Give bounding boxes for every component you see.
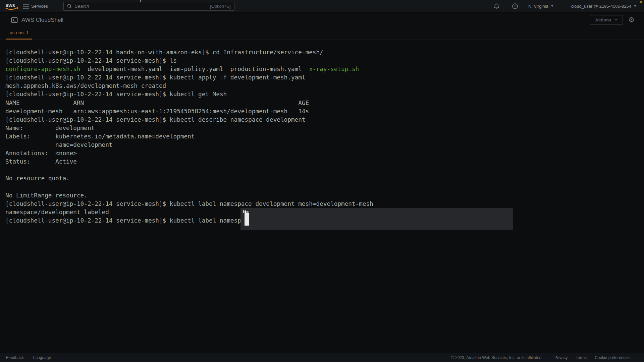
region-label: N. Virginia: [528, 4, 548, 9]
caret-down-icon: ▼: [551, 5, 554, 8]
terminal-line: NAME ARN AGE: [5, 99, 644, 107]
bell-icon: [493, 3, 500, 9]
privacy-link[interactable]: Privacy: [554, 355, 568, 360]
cookie-preferences-link[interactable]: Cookie preferences: [595, 355, 630, 360]
terminal-line: Name: development: [5, 124, 644, 132]
terminal-line: mesh.appmesh.k8s.aws/development-mesh cr…: [5, 82, 644, 90]
terms-link[interactable]: Terms: [576, 355, 587, 360]
cursor-block: ": [245, 211, 249, 226]
cursor-quote-char: ": [245, 209, 251, 219]
terminal-tab-bar: us-east-1: [0, 27, 644, 40]
terminal-line: [cloudshell-user@ip-10-2-22-14 service-m…: [5, 116, 644, 124]
terminal-line: name=development: [5, 141, 644, 149]
terminal-line: [cloudshell-user@ip-10-2-22-14 service-m…: [5, 200, 644, 208]
services-grid-icon: [23, 4, 29, 9]
cloudshell-icon: [11, 17, 18, 23]
services-menu-button[interactable]: Services: [23, 4, 48, 9]
terminal-output: [cloudshell-user@ip-10-2-22-14 hands-on-…: [0, 40, 644, 225]
feedback-link[interactable]: Feedback: [6, 355, 24, 360]
stray-cursor-artifact: [140, 0, 141, 2]
search-input[interactable]: [75, 4, 207, 9]
services-label: Services: [31, 4, 48, 9]
terminal-line: development-mesh arn:aws:appmesh:us-east…: [5, 107, 644, 116]
svg-text:aws: aws: [6, 2, 15, 8]
search-shortcut-hint: [Option+S]: [210, 4, 231, 9]
notifications-button[interactable]: [493, 3, 500, 9]
terminal-line: [cloudshell-user@ip-10-2-22-14 service-m…: [5, 73, 644, 82]
terminal-line: Status: Active: [5, 158, 644, 166]
gear-icon[interactable]: ⚙: [628, 16, 635, 23]
language-link[interactable]: Language: [33, 355, 51, 360]
terminal-line: Annotations: <none>: [5, 149, 644, 158]
console-footer: Feedback Language © 2023, Amazon Web Ser…: [0, 353, 644, 362]
tab-us-east-1[interactable]: us-east-1: [6, 27, 32, 40]
region-selector[interactable]: N. Virginia ▼: [528, 4, 554, 9]
caret-down-icon: ▼: [634, 5, 637, 8]
caret-down-icon: ▼: [614, 18, 618, 21]
console-search-box[interactable]: [Option+S]: [63, 2, 234, 11]
terminal-line: [cloudshell-user@ip-10-2-22-14 hands-on-…: [5, 48, 644, 57]
terminal-line: No resource quota.: [5, 174, 644, 183]
cloudshell-header: AWS CloudShell Actions ▼ ⚙: [0, 13, 644, 27]
help-button[interactable]: ?: [512, 3, 518, 9]
status-dot: [640, 1, 642, 3]
page-title: AWS CloudShell: [21, 17, 63, 23]
help-icon: ?: [512, 3, 518, 9]
account-label: cloud_user @ 2195-4505-8254: [571, 4, 631, 9]
actions-button-label: Actions: [595, 17, 611, 22]
search-icon: [67, 4, 72, 9]
tab-label: us-east-1: [10, 30, 29, 35]
terminal-line: [5, 183, 644, 191]
terminal-line: [cloudshell-user@ip-10-2-22-14 service-m…: [5, 57, 644, 65]
terminal-line: Labels: kubernetes.io/metadata.name=deve…: [5, 132, 644, 141]
account-menu[interactable]: cloud_user @ 2195-4505-8254 ▼: [571, 4, 637, 9]
terminal-line: configure-app-mesh.sh development-mesh.y…: [5, 65, 644, 73]
console-top-nav: aws Services [O: [0, 0, 644, 13]
actions-button[interactable]: Actions ▼: [590, 15, 623, 25]
terminal[interactable]: [cloudshell-user@ip-10-2-22-14 hands-on-…: [0, 40, 644, 353]
terminal-overlay-popup: " ": [240, 208, 513, 230]
svg-text:?: ?: [514, 4, 516, 8]
terminal-line: [5, 166, 644, 174]
terminal-line: No LimitRange resource.: [5, 191, 644, 200]
copyright-text: © 2023, Amazon Web Services, Inc. or its…: [451, 355, 542, 360]
aws-console-page: aws Services [O: [0, 0, 644, 362]
aws-logo[interactable]: aws: [5, 2, 19, 11]
terminal-line: [cloudshell-user@ip-10-2-22-14 service-m…: [5, 90, 644, 99]
